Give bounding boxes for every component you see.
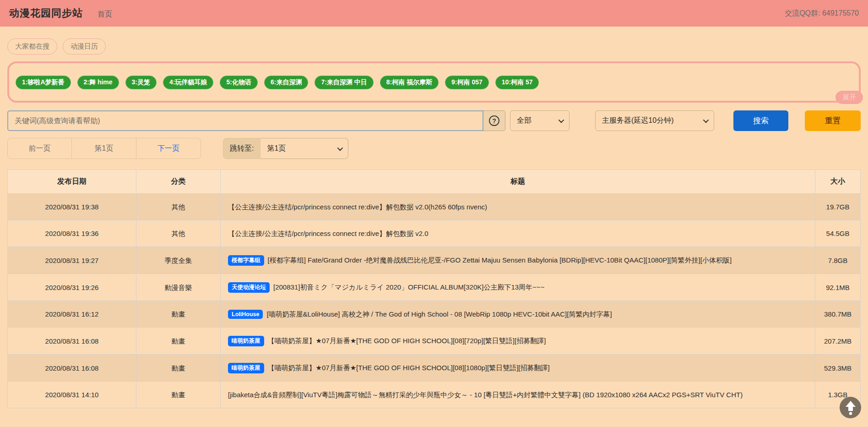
fansub-badge[interactable]: 喵萌奶茶屋: [228, 363, 264, 373]
quick-buttons-row: 大家都在搜 动漫日历: [7, 38, 861, 55]
fansub-badge[interactable]: LoliHouse: [228, 310, 263, 319]
cell-size: 92.1MB: [815, 274, 861, 301]
cell-date: 2020/08/31 19:26: [8, 274, 136, 301]
search-button[interactable]: 搜索: [733, 110, 788, 131]
hot-tag-pill[interactable]: 1:哆啦A梦新番: [16, 76, 71, 89]
hot-tag-pill[interactable]: 10:柯南 57: [495, 76, 539, 89]
cell-category: 季度全集: [136, 247, 221, 274]
expand-button[interactable]: 展开: [835, 91, 863, 104]
jump-to-group: 跳转至: 第1页: [223, 138, 348, 159]
site-title: 动漫花园同步站: [9, 6, 83, 20]
server-selected-value: 主服务器(延迟10分钟): [602, 116, 673, 126]
hot-tag-pill[interactable]: 7:来自深渊 中日: [315, 76, 373, 89]
header-date: 发布日期: [8, 170, 136, 194]
table-row: 2020/08/31 19:36 其他 【公主连接/公主连结/pcr/princ…: [8, 220, 861, 247]
cell-title: 【公主连接/公主连结/pcr/princess connect re:dive】…: [221, 220, 815, 247]
help-button[interactable]: ?: [483, 110, 505, 131]
results-table-head: 发布日期 分类 标题 大小: [8, 170, 861, 194]
help-icon: ?: [489, 115, 499, 126]
hot-tag-pill[interactable]: 9:柯南 057: [445, 76, 489, 89]
torrent-title-link[interactable]: [200831]初音ミク「マジカルミライ 2020」OFFICIAL ALBUM…: [273, 283, 544, 291]
cell-size: 380.7MB: [815, 301, 861, 328]
cell-size: 207.2MB: [815, 328, 861, 355]
cell-title: LoliHouse[喵萌奶茶屋&LoliHouse] 高校之神 / The Go…: [221, 301, 815, 328]
cell-category: 動畫: [136, 301, 221, 328]
fansub-badge[interactable]: 桜都字幕组: [228, 255, 264, 266]
cell-size: 529.3MB: [815, 355, 861, 382]
hot-tag-pill[interactable]: 2:舞 hime: [77, 76, 119, 89]
table-row: 2020/08/31 14:10 動畫 [jibaketa合成&音頻壓制][Vi…: [8, 382, 861, 408]
cell-date: 2020/08/31 19:36: [8, 220, 136, 247]
page: { "header": { "title": "动漫花园同步站", "home"…: [0, 0, 868, 427]
pager-group: 前一页 第1页 下一页: [7, 138, 201, 159]
topbar: 动漫花园同步站 首页 交流QQ群: 649175570: [0, 0, 868, 27]
chevron-down-icon: [559, 117, 564, 123]
cell-size: 7.8GB: [815, 247, 861, 274]
back-to-top-button[interactable]: [840, 397, 861, 418]
torrent-title-link[interactable]: 【喵萌奶茶屋】★07月新番★[THE GOD OF HIGH SCHOOL][0…: [268, 337, 546, 345]
chevron-down-icon: [337, 145, 343, 151]
calendar-button[interactable]: 动漫日历: [63, 38, 106, 55]
results-table: 发布日期 分类 标题 大小 2020/08/31 19:38 其他 【公主连接/…: [7, 170, 861, 408]
cell-category: 動畫: [136, 382, 221, 408]
cell-size: 54.5GB: [815, 220, 861, 247]
jump-to-label: 跳转至:: [223, 138, 260, 159]
jump-selected-value: 第1页: [267, 144, 286, 153]
hot-tags-box: 1:哆啦A梦新番 2:舞 hime 3:灵笼 4:玩伴貓耳娘 5:化物语 6:来…: [7, 61, 861, 103]
chevron-down-icon: [703, 117, 709, 123]
results-table-body: 2020/08/31 19:38 其他 【公主连接/公主连结/pcr/princ…: [8, 194, 861, 408]
category-select[interactable]: 全部: [510, 110, 570, 131]
cell-date: 2020/08/31 19:38: [8, 194, 136, 220]
cell-date: 2020/08/31 14:10: [8, 382, 136, 408]
table-row: 2020/08/31 16:08 動畫 喵萌奶茶屋【喵萌奶茶屋】★07月新番★[…: [8, 355, 861, 382]
hot-tag-pill[interactable]: 6:来自深渊: [264, 76, 308, 89]
hot-search-button[interactable]: 大家都在搜: [7, 38, 57, 55]
reset-button[interactable]: 重置: [805, 110, 861, 131]
pagination-row: 前一页 第1页 下一页 跳转至: 第1页: [7, 138, 861, 159]
fansub-badge[interactable]: 喵萌奶茶屋: [228, 336, 264, 346]
hot-tag-pill[interactable]: 5:化物语: [220, 76, 257, 89]
arrow-up-icon: [845, 400, 857, 415]
torrent-title-link[interactable]: 【公主连接/公主连结/pcr/princess connect re:dive】…: [228, 203, 487, 211]
keyword-input-group: ?: [7, 110, 505, 131]
fansub-badge[interactable]: 天使动漫论坛: [228, 282, 270, 293]
category-selected-value: 全部: [517, 116, 532, 126]
next-page-button[interactable]: 下一页: [136, 138, 201, 159]
torrent-title-link[interactable]: 【喵萌奶茶屋】★07月新番★[THE GOD OF HIGH SCHOOL][0…: [268, 364, 550, 372]
cell-date: 2020/08/31 16:08: [8, 328, 136, 355]
torrent-title-link[interactable]: 【公主连接/公主连结/pcr/princess connect re:dive】…: [228, 230, 429, 237]
hot-tag-pill[interactable]: 8:柯南 福尔摩斯: [380, 76, 439, 89]
cell-title: [jibaketa合成&音頻壓制][ViuTV粵語]梅露可物語～無精打采的少年與…: [221, 382, 815, 408]
table-row: 2020/08/31 19:27 季度全集 桜都字幕组[桜都字幕组] Fate/…: [8, 247, 861, 274]
hot-tags-list: 1:哆啦A梦新番 2:舞 hime 3:灵笼 4:玩伴貓耳娘 5:化物语 6:来…: [16, 76, 852, 89]
current-page-button[interactable]: 第1页: [72, 138, 136, 159]
cell-title: 【公主连接/公主连结/pcr/princess connect re:dive】…: [221, 194, 815, 220]
cell-title: 桜都字幕组[桜都字幕组] Fate/Grand Order -绝对魔兽战线巴比伦…: [221, 247, 815, 274]
table-row: 2020/08/31 19:38 其他 【公主连接/公主连结/pcr/princ…: [8, 194, 861, 220]
jump-page-select[interactable]: 第1页: [260, 138, 348, 159]
cell-date: 2020/08/31 19:27: [8, 247, 136, 274]
cell-date: 2020/08/31 16:12: [8, 301, 136, 328]
header-title: 标题: [221, 170, 815, 194]
cell-category: 其他: [136, 220, 221, 247]
table-row: 2020/08/31 16:12 動畫 LoliHouse[喵萌奶茶屋&Loli…: [8, 301, 861, 328]
header-category: 分类: [136, 170, 221, 194]
nav-home-link[interactable]: 首页: [98, 10, 112, 19]
hot-tag-pill[interactable]: 4:玩伴貓耳娘: [163, 76, 213, 89]
hot-tag-pill[interactable]: 3:灵笼: [125, 76, 157, 89]
table-row: 2020/08/31 19:26 動漫音樂 天使动漫论坛[200831]初音ミク…: [8, 274, 861, 301]
cell-size: 19.7GB: [815, 194, 861, 220]
results-table-wrap: 发布日期 分类 标题 大小 2020/08/31 19:38 其他 【公主连接/…: [7, 170, 861, 408]
search-row: ? 全部 主服务器(延迟10分钟) 搜索 重置: [7, 110, 861, 131]
torrent-title-link[interactable]: [喵萌奶茶屋&LoliHouse] 高校之神 / The God of High…: [266, 310, 612, 318]
torrent-title-link[interactable]: [桜都字幕组] Fate/Grand Order -绝对魔兽战线巴比伦尼亚-/F…: [268, 256, 732, 264]
prev-page-button[interactable]: 前一页: [7, 138, 72, 159]
cell-category: 動畫: [136, 328, 221, 355]
cell-date: 2020/08/31 16:08: [8, 355, 136, 382]
keyword-input[interactable]: [7, 110, 483, 131]
server-select[interactable]: 主服务器(延迟10分钟): [595, 110, 714, 131]
table-row: 2020/08/31 16:08 動畫 喵萌奶茶屋【喵萌奶茶屋】★07月新番★[…: [8, 328, 861, 355]
torrent-title-link[interactable]: [jibaketa合成&音頻壓制][ViuTV粵語]梅露可物語～無精打采的少年與…: [228, 391, 743, 399]
cell-title: 喵萌奶茶屋【喵萌奶茶屋】★07月新番★[THE GOD OF HIGH SCHO…: [221, 355, 815, 382]
cell-title: 喵萌奶茶屋【喵萌奶茶屋】★07月新番★[THE GOD OF HIGH SCHO…: [221, 328, 815, 355]
